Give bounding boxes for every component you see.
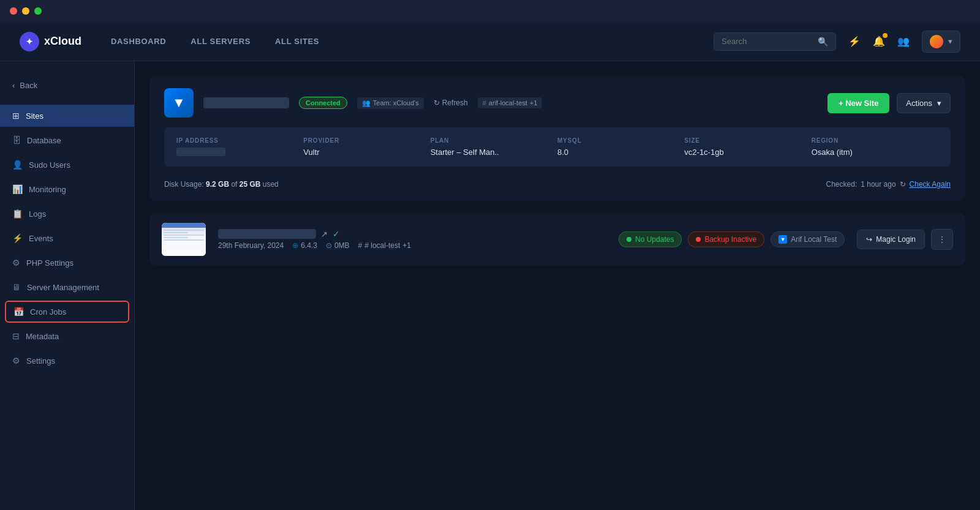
logo-icon: ✦ [20,32,39,51]
site-action-area: ↪ Magic Login ⋮ [857,229,953,250]
database-icon: 🗄 [12,135,21,145]
backup-dot [696,237,701,242]
disk-total: 25 GB [239,180,261,189]
sidebar-item-cron-jobs[interactable]: 📅 Cron Jobs [5,301,129,323]
sidebar-label-cron-jobs: Cron Jobs [30,307,66,317]
storage-value: 0MB [334,241,350,250]
thumb-line-4 [164,237,188,238]
team-label: Team: xCloud's [373,99,419,107]
search-input[interactable] [722,37,813,46]
site-tag-extra: +1 [402,241,411,250]
sidebar-label-metadata: Metadata [26,332,59,341]
info-col-ip: IP ADDRESS [176,137,303,157]
backup-inactive-badge: Backup Inactive [688,231,764,247]
magic-login-label: Magic Login [876,235,916,244]
sidebar-label-server-management: Server Management [27,283,99,292]
sidebar-label-monitoring: Monitoring [29,185,66,194]
no-updates-badge: No Updates [619,231,682,247]
actions-label: Actions [906,99,932,108]
disk-suffix: used [263,180,279,189]
close-dot[interactable] [10,7,17,15]
site-card: ↗ ✓ 29th February, 2024 ⊕ 6.4.3 ⊙ 0MB # [149,213,965,266]
search-icon: 🔍 [818,37,828,47]
sidebar-item-sites[interactable]: ⊞ Sites [0,105,134,127]
site-php: ⊕ 6.4.3 [292,241,317,250]
backup-inactive-label: Backup Inactive [704,235,756,244]
back-button[interactable]: ‹ Back [0,76,134,95]
check-again-area: Checked: 1 hour ago ↻ Check Again [826,180,951,189]
disk-usage-row: Disk Usage: 9.2 GB of 25 GB used Checked… [164,174,951,189]
nav-dashboard[interactable]: DASHBOARD [111,37,166,46]
new-site-button[interactable]: + New Site [827,93,889,113]
no-updates-label: No Updates [635,235,674,244]
user-menu-button[interactable]: ▾ [922,31,960,53]
sidebar-item-database[interactable]: 🗄 Database [0,129,134,151]
sites-icon: ⊞ [12,111,20,121]
sidebar-label-sudo-users: Sudo Users [29,160,70,170]
logo: ✦ xCloud [20,32,81,51]
thumb-line-1 [164,230,204,231]
actions-chevron-icon: ▾ [937,99,941,108]
notification-icon[interactable]: 🔔 [873,36,885,47]
magic-login-icon: ↪ [866,235,872,244]
more-options-button[interactable]: ⋮ [931,229,953,250]
check-again-button[interactable]: Check Again [910,180,951,189]
disk-usage-text: Disk Usage: 9.2 GB of 25 GB used [164,180,279,189]
sidebar-item-events[interactable]: ⚡ Events [0,227,134,249]
sidebar-item-metadata[interactable]: ⊟ Metadata [0,325,134,347]
site-thumb-inner [162,223,206,256]
thumb-body [162,228,206,244]
search-box[interactable]: 🔍 [714,32,836,51]
storage-icon: ⊙ [326,241,332,250]
ip-label: IP ADDRESS [176,137,303,144]
vultr-logo: ▼ [164,88,194,118]
server-header-card: ▼ Connected 👥 Team: xCloud's ↻ Refresh #… [149,76,965,201]
site-storage: ⊙ 0MB [326,241,350,250]
actions-dropdown[interactable]: Actions ▾ [897,93,951,113]
sidebar-item-monitoring[interactable]: 📊 Monitoring [0,178,134,200]
checked-label: Checked: [826,180,858,189]
main-content: ▼ Connected 👥 Team: xCloud's ↻ Refresh #… [135,61,980,510]
disk-of: of [231,180,239,189]
site-date: 29th February, 2024 [218,241,284,250]
magic-login-button[interactable]: ↪ Magic Login [857,230,925,249]
external-link-icon[interactable]: ↗ [321,230,328,239]
nav-all-sites[interactable]: ALL SITES [275,37,319,46]
logo-text: xCloud [44,35,81,48]
site-tag-text: # local-test [364,241,400,250]
nav-all-servers[interactable]: ALL SERVERS [190,37,251,46]
site-badges: No Updates Backup Inactive ▼ Arif Local … [619,231,845,247]
back-label: Back [20,81,37,90]
arif-local-test-label: Arif Local Test [791,235,837,244]
sidebar-label-sites: Sites [26,111,43,121]
refresh-small-icon: ↻ [900,180,906,189]
mysql-label: MYSQL [557,137,684,144]
minimize-dot[interactable] [22,7,29,15]
plan-label: PLAN [431,137,557,144]
sidebar-item-php-settings[interactable]: ⚙ PHP Settings [0,252,134,274]
top-navigation: ✦ xCloud DASHBOARD ALL SERVERS ALL SITES… [0,22,980,61]
nav-right: 🔍 ⚡ 🔔 👥 ▾ [714,31,960,53]
server-actions-area: + New Site Actions ▾ [827,93,951,113]
provider-value: Vultr [303,148,430,157]
sidebar-label-logs: Logs [29,209,46,219]
events-icon: ⚡ [12,233,23,243]
tag-hash: # [483,99,486,107]
maximize-dot[interactable] [34,7,42,15]
thumb-line-3 [164,234,204,236]
sidebar-item-logs[interactable]: 📋 Logs [0,203,134,225]
info-col-plan: PLAN Starter – Self Man.. [431,137,557,157]
refresh-button[interactable]: ↻ Refresh [434,99,468,107]
team-icon[interactable]: 👥 [897,36,910,47]
site-meta-row: 29th February, 2024 ⊕ 6.4.3 ⊙ 0MB # # lo… [218,241,606,250]
refresh-icon: ↻ [434,99,440,107]
size-label: SIZE [684,137,811,144]
avatar [930,35,943,48]
sidebar-item-settings[interactable]: ⚙ Settings [0,350,134,372]
monitoring-icon: 📊 [12,184,23,194]
info-col-size: SIZE vc2-1c-1gb [684,137,811,157]
sidebar-label-database: Database [27,136,61,145]
sidebar-item-server-management[interactable]: 🖥 Server Management [0,276,134,298]
activity-icon[interactable]: ⚡ [848,36,861,47]
sidebar-item-sudo-users[interactable]: 👤 Sudo Users [0,154,134,176]
